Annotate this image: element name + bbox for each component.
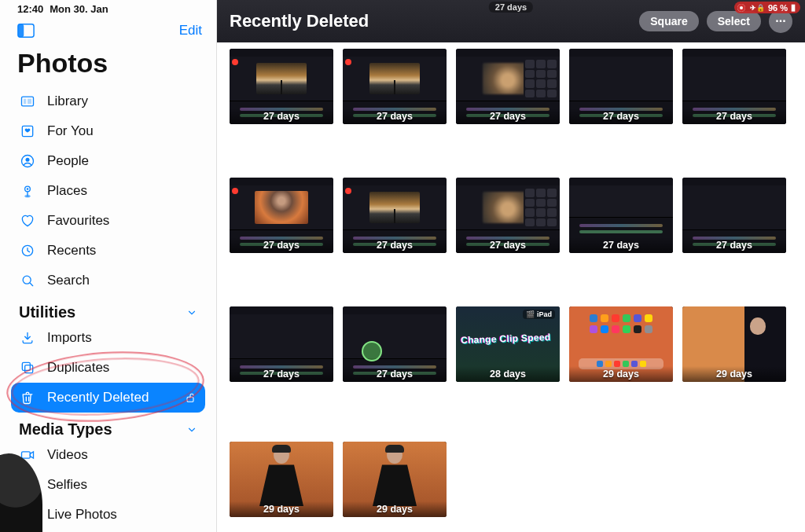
sidebar-item-label: Recents [47,243,96,259]
days-remaining: 27 days [456,237,560,253]
days-remaining: 27 days [230,237,333,253]
thumbnail[interactable]: 27 days [230,306,333,382]
sidebar-item-label: Selfies [47,477,87,493]
sidebar-item-label: For You [47,123,94,139]
thumbnail[interactable]: 29 days [343,442,447,517]
svg-rect-1 [18,24,24,38]
app-root: 12:40 Mon 30. Jan Edit Photos Library Fo… [0,0,805,532]
days-remaining: 27 days [343,108,447,124]
days-remaining: 27 days [343,366,447,382]
chevron-down-icon [186,424,197,435]
thumbnail-grid: 27 days27 days27 days27 days27 days27 da… [230,49,792,517]
chevron-down-icon [186,307,197,318]
library-icon [19,93,36,110]
sidebar-item-label: Favourites [47,213,109,229]
sidebar-item-label: Places [47,183,87,199]
sidebar-item-foryou[interactable]: For You [11,116,205,146]
sidebar-item-videos[interactable]: Videos [11,440,205,470]
thumbnail[interactable]: 27 days [682,49,786,124]
svg-rect-4 [28,99,31,105]
thumbnail[interactable]: 29 days [682,306,786,382]
days-remaining: 29 days [569,366,673,382]
header-peek-days: 27 days [489,2,533,13]
foryou-icon [19,123,36,140]
section-label: Media Types [19,420,112,438]
sidebar-item-label: Recently Deleted [47,390,149,405]
sidebar-item-recents[interactable]: Recents [11,236,205,266]
main-content: Recently Deleted 27 days ✈︎🔒 96 % ▮ Squa… [217,0,805,532]
import-icon [19,329,36,347]
clock: 12:40 [17,3,43,15]
thumbnail[interactable]: 27 days [569,178,673,253]
square-button[interactable]: Square [639,11,698,31]
svg-rect-19 [187,397,193,402]
sidebar-item-label: Live Photos [47,507,117,523]
people-icon [19,152,36,170]
days-remaining: 29 days [230,501,333,517]
record-icon [737,4,745,12]
unlock-icon [183,391,197,405]
svg-rect-20 [22,452,31,458]
days-remaining: 28 days [456,366,560,382]
days-remaining: 29 days [682,366,786,382]
svg-point-13 [23,276,31,284]
edit-button[interactable]: Edit [179,23,202,39]
places-icon [19,182,36,200]
sidebar-item-favourites[interactable]: Favourites [11,206,205,236]
sidebar-item-recently-deleted[interactable]: Recently Deleted [11,383,205,413]
sidebar-item-imports[interactable]: Imports [11,323,205,353]
days-remaining: 27 days [230,366,333,382]
search-icon [19,272,36,289]
svg-rect-15 [22,362,30,370]
days-remaining: 29 days [343,501,447,517]
select-button[interactable]: Select [707,11,761,31]
section-label: Utilities [19,303,75,321]
thumbnail[interactable]: 27 days [230,49,333,124]
sidebar-item-places[interactable]: Places [11,176,205,206]
sidebar-item-duplicates[interactable]: Duplicates [11,353,205,383]
clock-icon [19,242,36,259]
section-utilities-header[interactable]: Utilities [0,295,216,323]
svg-line-14 [30,283,32,285]
thumbnail[interactable]: 27 days [456,178,560,253]
sidebar-item-search[interactable]: Search [11,266,205,295]
days-remaining: 27 days [569,108,673,124]
thumbnail[interactable]: 27 days [343,178,447,253]
thumbnail[interactable]: 29 days [569,306,673,382]
thumbnail[interactable]: 27 days [456,49,560,124]
svg-point-9 [27,188,29,190]
days-remaining: 27 days [682,237,786,253]
thumbnail[interactable]: 27 days [343,49,447,124]
sidebar-item-label: Search [47,273,90,288]
device-status: 12:40 Mon 30. Jan [0,0,216,18]
heart-icon [19,212,36,229]
sidebar: 12:40 Mon 30. Jan Edit Photos Library Fo… [0,0,217,532]
thumbnail[interactable]: 🎬 iPadChange Clip Speed28 days [456,306,560,382]
page-title: Recently Deleted [230,11,369,31]
thumbnail[interactable]: 27 days [569,49,673,124]
thumbnail[interactable]: 27 days [682,178,786,253]
header-bar: Recently Deleted 27 days ✈︎🔒 96 % ▮ Squa… [217,0,805,42]
days-remaining: 27 days [682,108,786,124]
section-media-header[interactable]: Media Types [0,413,216,440]
sidebar-toggle-icon[interactable] [17,23,35,39]
sidebar-item-library[interactable]: Library [11,86,205,116]
svg-point-7 [26,158,30,162]
thumbnail[interactable]: 27 days [343,306,447,382]
sidebar-item-label: Library [47,94,88,109]
svg-rect-16 [25,365,33,373]
trash-icon [19,389,36,406]
svg-rect-3 [24,99,26,105]
duplicates-icon [19,359,36,376]
sidebar-item-people[interactable]: People [11,146,205,176]
ellipsis-icon: ··· [775,14,785,28]
days-remaining: 27 days [343,237,447,253]
app-title: Photos [0,40,216,86]
thumbnail[interactable]: 27 days [230,178,333,253]
thumbnail[interactable]: 29 days [230,442,333,517]
footer-info: 3 Photos, 19 Videos Photos and videos sh… [230,517,792,532]
sidebar-item-label: Imports [47,330,92,346]
sidebar-item-label: People [47,153,89,169]
svg-point-11 [25,196,31,197]
days-remaining: 27 days [569,237,673,253]
